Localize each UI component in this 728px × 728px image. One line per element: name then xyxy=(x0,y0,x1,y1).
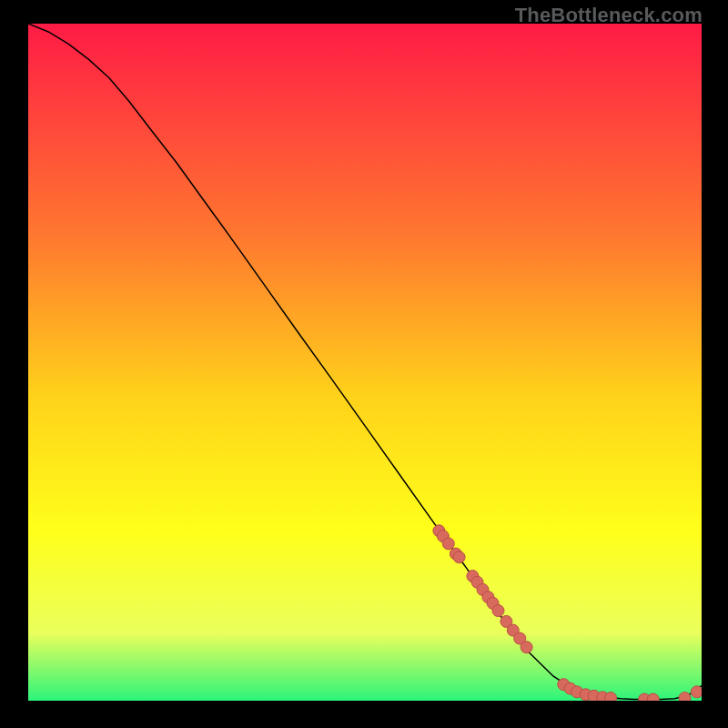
marker-point xyxy=(521,642,532,653)
marker-point xyxy=(691,686,702,698)
chart-stage: TheBottleneck.com xyxy=(0,0,728,728)
marker-point xyxy=(647,693,659,701)
marker-point xyxy=(442,538,454,550)
marker-point xyxy=(453,551,465,563)
plot-svg xyxy=(28,24,702,701)
marker-point xyxy=(492,605,504,617)
gradient-background xyxy=(28,24,702,701)
watermark-text: TheBottleneck.com xyxy=(515,4,703,27)
plot-area xyxy=(28,24,702,701)
marker-point xyxy=(679,693,691,701)
marker-point xyxy=(605,693,617,701)
